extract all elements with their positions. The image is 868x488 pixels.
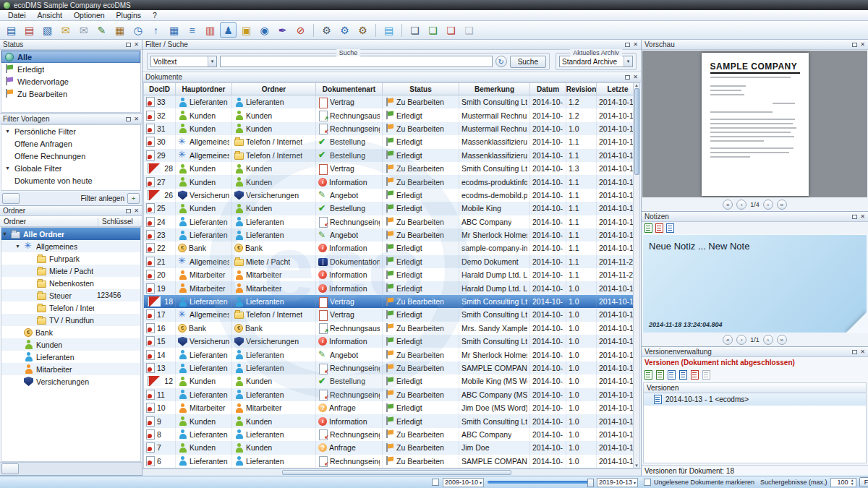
date-range-slider[interactable] (488, 481, 593, 484)
first-page-button[interactable]: « (723, 335, 733, 345)
horizontal-scrollbar[interactable] (142, 468, 641, 476)
first-page-button[interactable]: « (723, 200, 733, 210)
column-header-status[interactable]: Status (383, 83, 459, 95)
last-page-button[interactable]: » (777, 200, 787, 210)
table-row[interactable]: 6LieferantenLieferantenRechnungseingangZ… (144, 455, 639, 468)
date-from-select[interactable]: 2009-10-10 ▾ (443, 478, 484, 487)
folder-item-alle-ordner[interactable]: ▾Alle Ordner (1, 228, 140, 240)
filter-group-globale-filter[interactable]: ▾Globale Filter (1, 162, 140, 174)
filter-item-offene-rechnungen[interactable]: Offene Rechnungen (1, 150, 140, 162)
settings-system-icon[interactable]: ⚙ (354, 22, 371, 38)
checkin-version-icon[interactable] (656, 370, 664, 380)
table-row[interactable]: 29AllgemeinesTelefon / InternetBestellun… (144, 149, 639, 162)
expander-icon[interactable]: ▾ (1, 231, 8, 237)
folder-item-allgemeines[interactable]: ▾Allgemeines (1, 240, 140, 252)
filter-group-pers-nliche-filter[interactable]: ▾Persönliche Filter (1, 125, 140, 137)
table-row[interactable]: 16BankBankRechnungsausgangZu BearbeitenM… (144, 322, 639, 335)
table-row[interactable]: 23LieferantenLieferantenAngebotZu Bearbe… (144, 228, 639, 241)
results-max-spinner[interactable]: 100 ▲▼ (830, 478, 856, 487)
edit-document-icon[interactable]: ✎ (93, 22, 110, 38)
table-row[interactable]: 11LieferantenLieferantenRechnungseingang… (144, 388, 639, 401)
table-row[interactable]: 30AllgemeinesTelefon / InternetBestellun… (144, 135, 639, 148)
column-header-ordner[interactable]: Ordner (232, 83, 316, 95)
spinner-arrows-icon[interactable]: ▲▼ (849, 479, 856, 486)
column-header-bemerkung[interactable]: Bemerkung (459, 83, 530, 95)
prev-page-button[interactable]: ‹ (736, 335, 746, 345)
close-icon[interactable]: ✕ (633, 42, 638, 48)
table-row[interactable]: 12KundenKundenBestellungErledigtMobile K… (144, 374, 639, 388)
filter-item-dokumente-von-heute[interactable]: Dokumente von heute (1, 174, 140, 187)
menu-item-datei[interactable]: Datei (2, 11, 32, 20)
document-preview[interactable]: SAMPLE COMPANY (642, 51, 867, 197)
search-button[interactable]: Suche (510, 56, 546, 68)
users-icon[interactable]: ♟ (220, 22, 237, 38)
folder-item-versicherungen[interactable]: Versicherungen (1, 375, 140, 388)
upload-icon[interactable]: ↑ (148, 22, 164, 38)
archive-select[interactable]: Standard Archive ▾ (559, 56, 633, 67)
undock-icon[interactable] (126, 209, 131, 213)
finalize-version-icon[interactable]: ❏ (443, 22, 459, 38)
add-filter-button[interactable]: ＋ (127, 193, 140, 204)
history-clock-icon[interactable]: ◷ (129, 22, 146, 38)
table-row[interactable]: 22BankBankInformationErledigtsample-comp… (144, 241, 639, 254)
column-header-datum[interactable]: Datum (530, 83, 566, 95)
folder-item-telefon-internet[interactable]: Telefon / Internet (1, 301, 140, 314)
folder-item-steuer[interactable]: Steuer123456 (1, 289, 140, 301)
mark-unread-checkbox[interactable] (644, 479, 651, 486)
save-as-icon[interactable]: ▧ (39, 22, 56, 38)
close-icon[interactable]: ✕ (134, 208, 139, 214)
close-icon[interactable]: ✕ (860, 214, 865, 220)
add-note-icon[interactable] (644, 223, 652, 233)
table-row[interactable]: 25KundenKundenBestellungErledigtMobile K… (144, 202, 639, 215)
table-row[interactable]: 27KundenKundenInformationZu Bearbeitenec… (144, 175, 639, 188)
filter-item-offene-anfragen[interactable]: Offene Anfragen (1, 137, 140, 150)
export-pdf-icon[interactable]: ▤ (21, 22, 38, 38)
checkout-version-icon[interactable] (644, 370, 652, 380)
split-view-icon[interactable]: ≡ (184, 22, 200, 38)
table-row[interactable]: 31KundenKundenRechnungseingangZu Bearbei… (144, 122, 639, 135)
filter-inactive-button[interactable]: Filter inaktiv (859, 477, 868, 487)
archive-icon[interactable]: ▥ (202, 22, 218, 38)
expander-icon[interactable]: ▾ (4, 128, 11, 134)
refresh-icon[interactable]: ↻ (495, 56, 507, 67)
delete-version-icon[interactable] (691, 370, 699, 380)
menu-item-plugins[interactable]: Plugins (111, 11, 147, 20)
delete-note-icon[interactable] (655, 223, 663, 233)
folder-images-icon[interactable]: ▣ (238, 22, 255, 38)
version-item[interactable]: 2014-10-13 - 1 <ecodms> (644, 393, 866, 406)
close-icon[interactable]: ✕ (860, 349, 865, 355)
table-row[interactable]: 10MitarbeiterMitarbeiterAnfrageErledigtJ… (144, 401, 639, 414)
undock-icon[interactable] (126, 117, 131, 121)
folder-item-nebenkosten[interactable]: Nebenkosten (1, 277, 140, 289)
status-item-alle[interactable]: Alle (1, 51, 140, 63)
date-to-select[interactable]: 2019-10-13 ▾ (597, 478, 638, 487)
next-page-button[interactable]: › (763, 200, 773, 210)
block-icon[interactable]: ⊘ (292, 22, 309, 38)
close-icon[interactable]: ✕ (134, 42, 139, 48)
folder-item-kunden[interactable]: Kunden (1, 338, 140, 351)
expander-icon[interactable]: ▾ (14, 243, 21, 249)
next-page-button[interactable]: › (763, 335, 773, 345)
folder-item-miete-pacht[interactable]: Miete / Pacht (1, 265, 140, 277)
folders-column-name[interactable]: Ordner (0, 218, 98, 226)
undock-icon[interactable] (852, 350, 857, 354)
scroll-up-icon[interactable]: ▲ (634, 83, 639, 87)
finalize-document-icon[interactable] (702, 370, 710, 380)
status-item-erledigt[interactable]: Erledigt (1, 63, 140, 75)
undock-icon[interactable] (625, 43, 630, 47)
note-card[interactable]: Neue Notiz ... New Note 2014-11-18 13:24… (643, 235, 867, 333)
table-row[interactable]: 21AllgemeinesMiete / PachtDokumentationE… (144, 255, 639, 268)
menu-item-[interactable]: ? (147, 11, 163, 20)
table-row[interactable]: 17AllgemeinesTelefon / InternetVertragEr… (144, 308, 639, 321)
table-row[interactable]: 14LieferantenLieferantenAngebotZu Bearbe… (144, 348, 639, 361)
table-row[interactable]: 28KundenKundenVertragZu BearbeitenSmith … (144, 162, 639, 175)
filter-extra-button[interactable] (2, 193, 20, 204)
blank-document-icon[interactable]: ❏ (461, 22, 477, 38)
table-row[interactable]: 33LieferantenLieferantenVertragZu Bearbe… (144, 95, 639, 108)
status-item-zu-bearbeiten[interactable]: Zu Bearbeiten (1, 87, 140, 100)
add-version-icon[interactable]: ❏ (425, 22, 441, 38)
table-row[interactable]: 9KundenKundenInformationErledigtSmith Co… (144, 414, 639, 427)
table-row[interactable]: 26VersicherungenVersicherungenAngebotErl… (144, 189, 639, 202)
folder-item-mitarbeiter[interactable]: Mitarbeiter (1, 363, 140, 375)
date-filter-checkbox[interactable] (432, 479, 439, 486)
